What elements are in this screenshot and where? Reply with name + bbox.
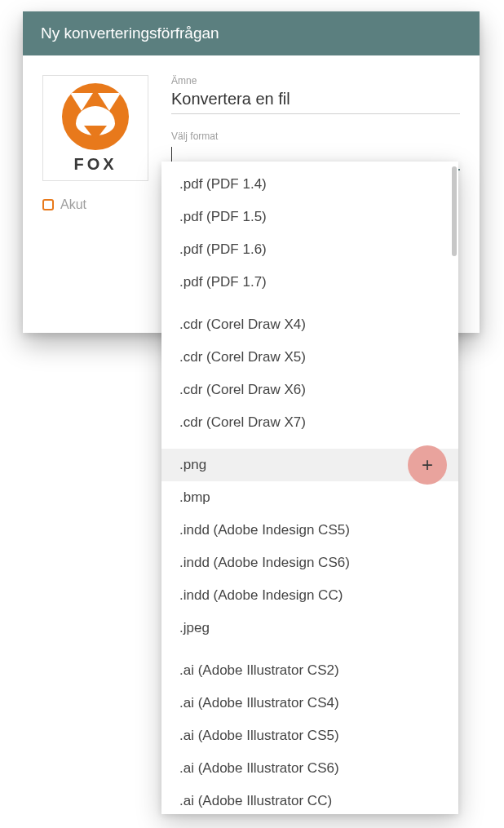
dropdown-list: .pdf (PDF 1.4).pdf (PDF 1.5).pdf (PDF 1.… <box>161 162 458 814</box>
dropdown-option[interactable]: .jpeg <box>161 612 458 644</box>
format-dropdown: .pdf (PDF 1.4).pdf (PDF 1.5).pdf (PDF 1.… <box>161 162 458 814</box>
brand-logo: FOX <box>42 75 148 181</box>
dropdown-option-label: .indd (Adobe Indesign CS5) <box>179 522 350 538</box>
dropdown-option-label: .ai (Adobe Illustrator CS2) <box>179 662 339 679</box>
dropdown-option-label: .indd (Adobe Indesign CS6) <box>179 555 350 571</box>
dropdown-option-label: .cdr (Corel Draw X7) <box>179 414 306 431</box>
dropdown-option[interactable]: .indd (Adobe Indesign CS6) <box>161 547 458 579</box>
dropdown-option-label: .ai (Adobe Illustrator CS4) <box>179 695 339 711</box>
dropdown-option-label: .indd (Adobe Indesign CC) <box>179 587 343 604</box>
dropdown-option[interactable]: .ai (Adobe Illustrator CS4) <box>161 687 458 720</box>
urgent-checkbox-row[interactable]: Akut <box>42 197 148 212</box>
dropdown-option-label: .cdr (Corel Draw X4) <box>179 317 306 333</box>
dropdown-option[interactable]: .cdr (Corel Draw X5) <box>161 341 458 374</box>
dropdown-option-label: .bmp <box>179 489 210 506</box>
brand-name: FOX <box>73 155 117 174</box>
left-column: FOX Akut <box>42 75 148 292</box>
dropdown-option[interactable]: .ai (Adobe Illustrator CS6) <box>161 752 458 785</box>
scrollbar-thumb[interactable] <box>452 166 457 256</box>
dropdown-option[interactable]: .pdf (PDF 1.4) <box>161 168 458 201</box>
plus-icon: + <box>422 454 433 476</box>
dropdown-option[interactable]: .cdr (Corel Draw X6) <box>161 374 458 406</box>
subject-field: Ämne Konvertera en fil <box>171 75 460 114</box>
dropdown-option-label: .cdr (Corel Draw X6) <box>179 382 306 398</box>
dropdown-option-label: .jpeg <box>179 620 210 636</box>
dropdown-option[interactable]: .bmp <box>161 481 458 514</box>
dropdown-option-label: .pdf (PDF 1.5) <box>179 209 267 225</box>
dropdown-option[interactable]: .pdf (PDF 1.5) <box>161 201 458 233</box>
dropdown-option[interactable]: .pdf (PDF 1.7) <box>161 266 458 299</box>
dropdown-option[interactable]: .png+ <box>161 449 458 481</box>
urgent-label: Akut <box>60 197 86 212</box>
dropdown-option[interactable]: .cdr (Corel Draw X7) <box>161 406 458 439</box>
dropdown-option[interactable]: .ai (Adobe Illustrator CS5) <box>161 720 458 752</box>
dropdown-option-label: .pdf (PDF 1.6) <box>179 241 267 258</box>
checkbox-icon[interactable] <box>42 199 54 210</box>
card-title: Ny konverteringsförfrågan <box>23 11 480 55</box>
dropdown-option-label: .pdf (PDF 1.7) <box>179 274 267 290</box>
dropdown-option-label: .pdf (PDF 1.4) <box>179 176 267 193</box>
add-button[interactable]: + <box>408 445 447 485</box>
dropdown-option-label: .ai (Adobe Illustrator CS5) <box>179 728 339 744</box>
subject-label: Ämne <box>171 75 460 86</box>
dropdown-option-label: .png <box>179 457 206 473</box>
format-label: Välj format <box>171 131 460 142</box>
subject-value[interactable]: Konvertera en fil <box>171 90 460 114</box>
dropdown-option[interactable]: .cdr (Corel Draw X4) <box>161 308 458 341</box>
dropdown-option-label: .ai (Adobe Illustrator CS6) <box>179 760 339 777</box>
dropdown-option-label: .cdr (Corel Draw X5) <box>179 349 306 365</box>
dropdown-option[interactable]: .indd (Adobe Indesign CS5) <box>161 514 458 547</box>
dropdown-option[interactable]: .ai (Adobe Illustrator CS2) <box>161 654 458 687</box>
dropdown-option[interactable]: .pdf (PDF 1.6) <box>161 233 458 266</box>
dropdown-option-label: .ai (Adobe Illustrator CC) <box>179 793 332 809</box>
scrollbar[interactable] <box>452 166 457 809</box>
dropdown-option[interactable]: .ai (Adobe Illustrator CC) <box>161 785 458 814</box>
fox-icon <box>62 83 129 150</box>
dropdown-option[interactable]: .indd (Adobe Indesign CC) <box>161 579 458 612</box>
